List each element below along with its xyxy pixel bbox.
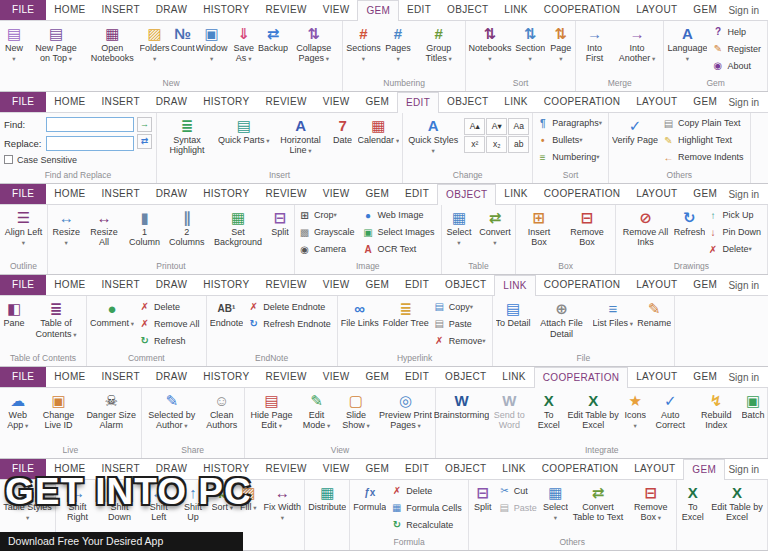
tab-view[interactable]: VIEW: [315, 459, 358, 479]
shift-up-button[interactable]: ↑Shift Up: [177, 481, 210, 522]
change-live-id-button[interactable]: ▣Change Live ID: [34, 389, 82, 430]
tab-insert[interactable]: INSERT: [94, 184, 148, 204]
tab-object[interactable]: OBJECT: [437, 367, 494, 387]
change-case-button[interactable]: Aa: [508, 118, 529, 135]
notebooks-button[interactable]: ⇅Notebooks ▾: [467, 22, 513, 63]
tab-file[interactable]: FILE: [0, 275, 46, 295]
tab-view[interactable]: VIEW: [315, 367, 358, 387]
tab-insert[interactable]: INSERT: [94, 275, 148, 295]
tab-review[interactable]: REVIEW: [257, 184, 314, 204]
formula-cells-button[interactable]: ▦Formula Cells: [388, 499, 467, 516]
sort-button[interactable]: ⇅Sort ▾: [209, 481, 235, 512]
web-image-button[interactable]: ●Web Image: [360, 207, 440, 224]
camera-button[interactable]: ◉Camera: [296, 241, 360, 258]
tab-cooperation[interactable]: COOPERATION: [536, 0, 628, 20]
2-columns-button[interactable]: ∥2 Columns: [165, 206, 209, 247]
tab-layout[interactable]: LAYOUT: [628, 92, 685, 112]
comment-button[interactable]: ●Comment ▾: [88, 297, 136, 328]
tab-cooperation[interactable]: COOPERATION: [534, 367, 628, 388]
tab-draw[interactable]: DRAW: [148, 92, 195, 112]
split-button[interactable]: ⊟Split: [267, 206, 293, 237]
horizontal-line-button[interactable]: AHorizontal Line ▾: [272, 114, 330, 155]
tab-view[interactable]: VIEW: [315, 92, 358, 112]
send-to-word-button[interactable]: WSend to Word: [486, 389, 534, 430]
to-excel-button[interactable]: XTo Excel: [678, 481, 708, 522]
ocr-text-button[interactable]: AOCR Text: [360, 241, 440, 258]
pane-button[interactable]: ◧Pane: [1, 297, 27, 328]
save-as-button[interactable]: ⇓Save As ▾: [227, 22, 259, 63]
tab-file[interactable]: FILE: [0, 184, 46, 204]
remove-box-button[interactable]: ⊟Remove Box: [560, 206, 613, 247]
into-first-button[interactable]: →Into First: [577, 22, 612, 63]
tab-draw[interactable]: DRAW: [148, 0, 195, 20]
fill-button[interactable]: ▨Fill ▾: [235, 481, 261, 512]
replace-input[interactable]: [46, 136, 134, 151]
convert-table-to-text-button[interactable]: ⇄Convert Table to Text: [569, 481, 627, 522]
quick-styles-button[interactable]: AQuick Styles ▾: [404, 114, 462, 155]
rename-button[interactable]: ✎Rename: [635, 297, 673, 328]
tab-history[interactable]: HISTORY: [195, 275, 257, 295]
delete-endnote-button[interactable]: ✗Delete Endnote: [245, 298, 336, 315]
tab-history[interactable]: HISTORY: [195, 367, 257, 387]
tab-history[interactable]: HISTORY: [195, 184, 257, 204]
numbering-button[interactable]: ≡Numbering ▾: [534, 149, 607, 166]
collapse-pages-button[interactable]: ⇅Collapse Pages ▾: [286, 22, 341, 63]
refresh-button[interactable]: ↻Refresh: [674, 206, 704, 237]
table-styles-button[interactable]: ▦Table Styles ▾: [1, 481, 54, 522]
list-files-button[interactable]: ≡List Files ▾: [591, 297, 636, 328]
tab-gem[interactable]: GEM: [357, 0, 399, 21]
highlight-text-button[interactable]: ✎Highlight Text: [660, 132, 749, 149]
tab-object[interactable]: OBJECT: [437, 184, 496, 205]
date-button[interactable]: 7Date: [330, 114, 356, 145]
preview-print-pages-button[interactable]: ◎Preview Print Pages ▾: [376, 389, 434, 430]
to-detail-button[interactable]: ▤To Detail: [494, 297, 533, 328]
remove-all-button[interactable]: ✗Remove All: [136, 315, 205, 332]
tab-cooperation[interactable]: COOPERATION: [536, 184, 628, 204]
tab-cooperation[interactable]: COOPERATION: [534, 459, 626, 479]
tab-edit[interactable]: EDIT: [397, 367, 437, 387]
verify-page-button[interactable]: ✓Verify Page: [610, 114, 660, 145]
tab-gem[interactable]: GEM: [357, 367, 397, 387]
edit-table-by-excel-button[interactable]: XEdit Table by Excel: [708, 481, 766, 522]
paste-button[interactable]: ▤Paste: [496, 499, 542, 516]
page-button[interactable]: ⇅Page ▾: [547, 22, 574, 63]
table-of-contents-button[interactable]: ≣Table of Contents ▾: [27, 297, 85, 338]
web-app-button[interactable]: ☁Web App ▾: [1, 389, 34, 430]
tab-link[interactable]: LINK: [496, 184, 535, 204]
tab-edit[interactable]: EDIT: [397, 92, 439, 113]
tab-object[interactable]: OBJECT: [439, 0, 496, 20]
grayscale-button[interactable]: ▩Grayscale: [296, 224, 360, 241]
tab-home[interactable]: HOME: [46, 92, 93, 112]
tab-home[interactable]: HOME: [46, 275, 93, 295]
tab-view[interactable]: VIEW: [315, 184, 358, 204]
tab-layout[interactable]: LAYOUT: [628, 275, 685, 295]
crop-button[interactable]: ⊞Crop ▾: [296, 207, 360, 224]
about-button[interactable]: ◉About: [709, 57, 766, 74]
calendar-button[interactable]: ▦Calendar ▾: [356, 114, 402, 145]
remove-box-button[interactable]: ⊟Remove Box ▾: [627, 481, 675, 522]
register-button[interactable]: ✎Register: [709, 40, 766, 57]
tab-link[interactable]: LINK: [494, 367, 533, 387]
sign-in-button[interactable]: Sign in: [728, 0, 768, 20]
set-background-button[interactable]: ▦Set Background: [209, 206, 267, 247]
tab-object[interactable]: OBJECT: [439, 92, 496, 112]
tab-draw[interactable]: DRAW: [148, 367, 195, 387]
attach-file-detail-button[interactable]: ⊕Attach File Detail: [533, 297, 591, 338]
selected-by-author-button[interactable]: ✎Selected by Author ▾: [143, 389, 201, 430]
auto-correct-button[interactable]: ✓Auto Correct: [648, 389, 692, 430]
tab-history[interactable]: HISTORY: [195, 0, 257, 20]
tab-link[interactable]: LINK: [494, 275, 535, 296]
sign-in-button[interactable]: Sign in: [728, 459, 768, 479]
tab-history[interactable]: HISTORY: [195, 92, 257, 112]
pin-down-button[interactable]: ↓Pin Down: [704, 224, 766, 241]
pages-button[interactable]: #Pages ▾: [383, 22, 414, 63]
remove-all-inks-button[interactable]: ⊘Remove All Inks: [617, 206, 675, 247]
pick-up-button[interactable]: ↑Pick Up: [704, 207, 766, 224]
case-sensitive-checkbox[interactable]: Case Sensitive: [4, 155, 152, 165]
tab-gem[interactable]: GEM: [357, 184, 397, 204]
backup-button[interactable]: ⇄Backup: [260, 22, 286, 53]
open-notebooks-button[interactable]: ▦Open Notebooks: [85, 22, 139, 63]
icons-button[interactable]: ★Icons ▾: [622, 389, 648, 430]
select-images-button[interactable]: ▣Select Images: [360, 224, 440, 241]
help-button[interactable]: ?Help: [709, 23, 766, 40]
